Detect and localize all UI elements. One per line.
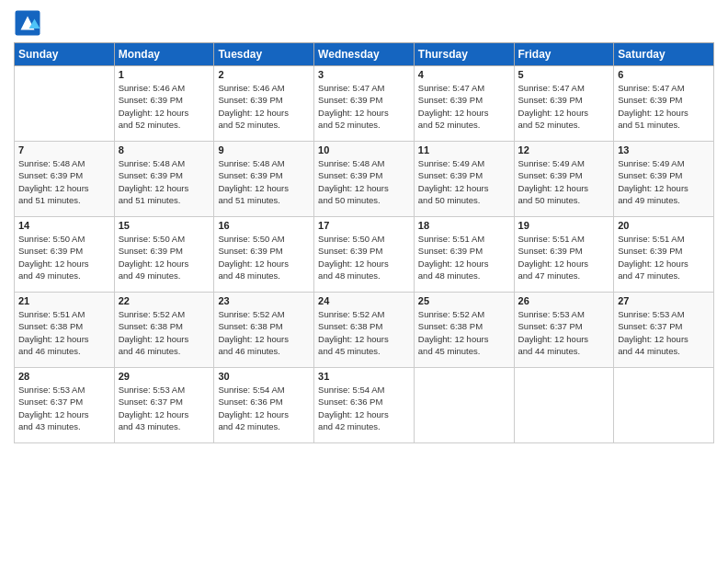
day-info: Sunrise: 5:51 AM Sunset: 6:39 PM Dayligh… [618,233,710,282]
calendar-header-monday: Monday [114,43,214,66]
day-number: 24 [318,295,410,306]
day-info: Sunrise: 5:52 AM Sunset: 6:38 PM Dayligh… [218,308,310,357]
page-container: SundayMondayTuesdayWednesdayThursdayFrid… [0,0,728,453]
day-info: Sunrise: 5:52 AM Sunset: 6:38 PM Dayligh… [119,308,210,357]
logo-icon [14,9,41,37]
calendar-cell: 12Sunrise: 5:49 AM Sunset: 6:39 PM Dayli… [514,142,614,217]
calendar-week-1: 1Sunrise: 5:46 AM Sunset: 6:39 PM Daylig… [15,66,714,142]
day-info: Sunrise: 5:49 AM Sunset: 6:39 PM Dayligh… [518,157,610,206]
day-number: 8 [119,144,210,155]
calendar-cell: 5Sunrise: 5:47 AM Sunset: 6:39 PM Daylig… [514,66,614,142]
day-number: 20 [618,220,710,231]
day-info: Sunrise: 5:53 AM Sunset: 6:37 PM Dayligh… [18,384,110,432]
day-number: 19 [518,220,610,231]
calendar-cell: 23Sunrise: 5:52 AM Sunset: 6:38 PM Dayli… [214,293,314,368]
calendar-cell: 21Sunrise: 5:51 AM Sunset: 6:38 PM Dayli… [15,293,115,368]
calendar-header-tuesday: Tuesday [214,43,314,66]
calendar-cell: 1Sunrise: 5:46 AM Sunset: 6:39 PM Daylig… [114,66,214,142]
calendar-week-5: 28Sunrise: 5:53 AM Sunset: 6:37 PM Dayli… [15,368,714,443]
day-info: Sunrise: 5:48 AM Sunset: 6:39 PM Dayligh… [18,157,110,206]
day-info: Sunrise: 5:47 AM Sunset: 6:39 PM Dayligh… [418,82,510,131]
day-number: 17 [318,220,410,231]
day-info: Sunrise: 5:51 AM Sunset: 6:39 PM Dayligh… [418,233,510,282]
day-info: Sunrise: 5:47 AM Sunset: 6:39 PM Dayligh… [318,82,410,131]
day-info: Sunrise: 5:53 AM Sunset: 6:37 PM Dayligh… [518,308,610,357]
day-number: 6 [618,69,710,80]
calendar-cell: 6Sunrise: 5:47 AM Sunset: 6:39 PM Daylig… [614,66,714,142]
day-number: 4 [418,69,510,80]
day-info: Sunrise: 5:52 AM Sunset: 6:38 PM Dayligh… [418,308,510,357]
calendar-cell: 15Sunrise: 5:50 AM Sunset: 6:39 PM Dayli… [114,217,214,293]
header [14,9,714,37]
day-number: 13 [618,144,710,155]
day-number: 14 [18,220,110,231]
calendar-cell: 17Sunrise: 5:50 AM Sunset: 6:39 PM Dayli… [314,217,415,293]
calendar-cell: 24Sunrise: 5:52 AM Sunset: 6:38 PM Dayli… [314,293,415,368]
day-info: Sunrise: 5:50 AM Sunset: 6:39 PM Dayligh… [119,233,210,282]
day-number: 9 [218,144,310,155]
calendar-header-wednesday: Wednesday [314,43,415,66]
day-info: Sunrise: 5:53 AM Sunset: 6:37 PM Dayligh… [119,384,210,432]
day-info: Sunrise: 5:48 AM Sunset: 6:39 PM Dayligh… [218,157,310,206]
day-info: Sunrise: 5:46 AM Sunset: 6:39 PM Dayligh… [218,82,310,131]
day-number: 29 [119,371,210,382]
day-number: 5 [518,69,610,80]
calendar-cell [514,368,614,443]
calendar-cell: 19Sunrise: 5:51 AM Sunset: 6:39 PM Dayli… [514,217,614,293]
day-info: Sunrise: 5:49 AM Sunset: 6:39 PM Dayligh… [418,157,510,206]
day-info: Sunrise: 5:46 AM Sunset: 6:39 PM Dayligh… [119,82,210,131]
day-info: Sunrise: 5:51 AM Sunset: 6:39 PM Dayligh… [518,233,610,282]
day-info: Sunrise: 5:47 AM Sunset: 6:39 PM Dayligh… [618,82,710,131]
calendar-cell: 29Sunrise: 5:53 AM Sunset: 6:37 PM Dayli… [114,368,214,443]
day-number: 15 [119,220,210,231]
calendar-cell: 13Sunrise: 5:49 AM Sunset: 6:39 PM Dayli… [614,142,714,217]
day-number: 3 [318,69,410,80]
calendar-header-friday: Friday [514,43,614,66]
day-info: Sunrise: 5:53 AM Sunset: 6:37 PM Dayligh… [618,308,710,357]
day-number: 30 [218,371,310,382]
day-number: 1 [119,69,210,80]
calendar-cell: 18Sunrise: 5:51 AM Sunset: 6:39 PM Dayli… [414,217,514,293]
day-number: 12 [518,144,610,155]
day-number: 7 [18,144,110,155]
calendar-cell: 27Sunrise: 5:53 AM Sunset: 6:37 PM Dayli… [614,293,714,368]
day-number: 26 [518,295,610,306]
calendar-cell: 7Sunrise: 5:48 AM Sunset: 6:39 PM Daylig… [15,142,115,217]
day-info: Sunrise: 5:50 AM Sunset: 6:39 PM Dayligh… [218,233,310,282]
calendar-cell: 11Sunrise: 5:49 AM Sunset: 6:39 PM Dayli… [414,142,514,217]
calendar-cell: 30Sunrise: 5:54 AM Sunset: 6:36 PM Dayli… [214,368,314,443]
calendar-cell: 9Sunrise: 5:48 AM Sunset: 6:39 PM Daylig… [214,142,314,217]
calendar-table: SundayMondayTuesdayWednesdayThursdayFrid… [14,42,714,443]
calendar-cell: 3Sunrise: 5:47 AM Sunset: 6:39 PM Daylig… [314,66,415,142]
day-number: 16 [218,220,310,231]
calendar-cell [414,368,514,443]
day-info: Sunrise: 5:50 AM Sunset: 6:39 PM Dayligh… [318,233,410,282]
calendar-week-3: 14Sunrise: 5:50 AM Sunset: 6:39 PM Dayli… [15,217,714,293]
calendar-cell: 4Sunrise: 5:47 AM Sunset: 6:39 PM Daylig… [414,66,514,142]
day-number: 27 [618,295,710,306]
calendar-header-saturday: Saturday [614,43,714,66]
calendar-cell [614,368,714,443]
calendar-cell: 31Sunrise: 5:54 AM Sunset: 6:36 PM Dayli… [314,368,415,443]
day-info: Sunrise: 5:52 AM Sunset: 6:38 PM Dayligh… [318,308,410,357]
day-number: 11 [418,144,510,155]
calendar-header-row: SundayMondayTuesdayWednesdayThursdayFrid… [15,43,714,66]
logo [14,9,45,37]
day-info: Sunrise: 5:50 AM Sunset: 6:39 PM Dayligh… [18,233,110,282]
calendar-cell: 8Sunrise: 5:48 AM Sunset: 6:39 PM Daylig… [114,142,214,217]
day-number: 10 [318,144,410,155]
day-info: Sunrise: 5:49 AM Sunset: 6:39 PM Dayligh… [618,157,710,206]
day-info: Sunrise: 5:48 AM Sunset: 6:39 PM Dayligh… [318,157,410,206]
calendar-cell: 20Sunrise: 5:51 AM Sunset: 6:39 PM Dayli… [614,217,714,293]
calendar-week-2: 7Sunrise: 5:48 AM Sunset: 6:39 PM Daylig… [15,142,714,217]
day-info: Sunrise: 5:47 AM Sunset: 6:39 PM Dayligh… [518,82,610,131]
day-number: 2 [218,69,310,80]
calendar-header-thursday: Thursday [414,43,514,66]
day-number: 18 [418,220,510,231]
calendar-cell: 2Sunrise: 5:46 AM Sunset: 6:39 PM Daylig… [214,66,314,142]
calendar-cell: 14Sunrise: 5:50 AM Sunset: 6:39 PM Dayli… [15,217,115,293]
day-info: Sunrise: 5:54 AM Sunset: 6:36 PM Dayligh… [318,384,410,432]
day-number: 23 [218,295,310,306]
calendar-cell: 16Sunrise: 5:50 AM Sunset: 6:39 PM Dayli… [214,217,314,293]
day-number: 22 [119,295,210,306]
